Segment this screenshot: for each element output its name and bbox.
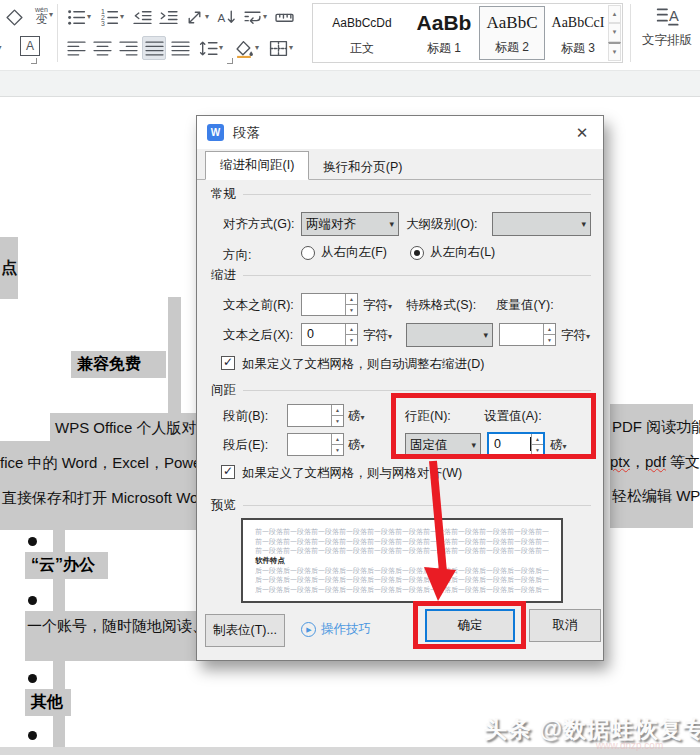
- chevron-down-icon: ▾: [255, 44, 259, 52]
- character-border-icon: A: [20, 36, 40, 56]
- unit-char-dropdown[interactable]: 字符▾: [363, 327, 392, 344]
- gallery-scroll: ▴ ▾ ▾: [608, 5, 621, 61]
- doc-line: 轻松编辑 WPS: [612, 487, 700, 506]
- edge-label: 点: [1, 258, 17, 279]
- phonetic-guide-button[interactable]: wén 变 ▾: [27, 3, 61, 27]
- grid-align-checkbox[interactable]: ✓ 如果定义了文档网格，则与网格对齐(W): [221, 465, 462, 482]
- shading-button[interactable]: ▾: [232, 36, 262, 60]
- justify-icon: [145, 39, 164, 58]
- numbered-list-button[interactable]: 123 ▾: [97, 5, 127, 29]
- space-after-label: 段后(E):: [223, 437, 268, 454]
- tips-link[interactable]: ▶ 操作技巧: [301, 621, 371, 638]
- line-spacing-button[interactable]: ▾: [196, 36, 226, 60]
- tab-indent-spacing[interactable]: 缩进和间距(I): [205, 151, 309, 180]
- align-left-button[interactable]: [64, 36, 88, 60]
- section-preview: 预览: [211, 497, 236, 514]
- decrease-indent-button[interactable]: [130, 5, 154, 29]
- annotation-box-ok: [413, 601, 526, 649]
- unit-pound-dropdown[interactable]: 磅▾: [348, 408, 365, 425]
- spin-up-icon[interactable]: ▲: [544, 324, 555, 335]
- clipped-dropdown-button[interactable]: ▾: [0, 36, 6, 60]
- checkbox-checked-icon: ✓: [221, 356, 235, 370]
- font-group-launcher[interactable]: [31, 58, 37, 64]
- sort-az-icon: A: [217, 8, 236, 27]
- gallery-more-icon[interactable]: ▾: [608, 42, 621, 61]
- chevron-down-icon: ▾: [361, 413, 365, 422]
- tab-line-page-breaks[interactable]: 换行和分页(P): [309, 154, 416, 180]
- close-icon[interactable]: ✕: [561, 116, 603, 149]
- auto-adjust-indent-checkbox[interactable]: ✓ 如果定义了文档网格，则自动调整右缩进(D): [221, 356, 484, 373]
- unit-char-dropdown[interactable]: 字符▾: [363, 297, 392, 314]
- chevron-down-icon: ▾: [581, 219, 586, 229]
- gallery-scroll-up-icon[interactable]: ▴: [608, 5, 621, 23]
- align-right-button[interactable]: [116, 36, 140, 60]
- other-label: 其他: [25, 689, 71, 716]
- measure-value-spinner[interactable]: ▲▼: [499, 323, 556, 346]
- connector-bar: [168, 297, 181, 419]
- paragraph-group-launcher[interactable]: [227, 58, 233, 64]
- text-layout-button[interactable]: A 文字排版: [636, 4, 698, 64]
- text-before-spinner[interactable]: ▲▼: [301, 293, 358, 316]
- play-icon: ▶: [301, 622, 316, 637]
- list-bullet: [28, 596, 37, 605]
- bullet-list-icon: [67, 8, 86, 27]
- style-label: 标题 3: [561, 40, 595, 57]
- list-bullet: [28, 731, 37, 740]
- radio-ltr[interactable]: 从左向右(L): [410, 244, 495, 261]
- increase-indent-button[interactable]: [156, 5, 180, 29]
- spin-up-icon[interactable]: ▲: [346, 324, 357, 335]
- spin-up-icon[interactable]: ▲: [346, 294, 357, 305]
- chevron-down-icon: ▾: [586, 332, 590, 341]
- enclose-diamond-icon: [5, 8, 24, 27]
- spin-up-icon[interactable]: ▲: [332, 434, 343, 445]
- radio-rtl[interactable]: 从右向左(F): [301, 244, 387, 261]
- spin-down-icon[interactable]: ▼: [346, 305, 357, 315]
- text-after-spinner[interactable]: 0 ▲▼: [301, 323, 358, 346]
- style-sample: AaBbC: [487, 7, 538, 39]
- ruler-icon: [275, 8, 294, 27]
- cancel-button[interactable]: 取消: [529, 609, 601, 642]
- bullet-list-button[interactable]: ▾: [64, 5, 94, 29]
- style-item-heading3[interactable]: AaBbCcI 标题 3: [547, 6, 609, 60]
- spin-down-icon[interactable]: ▼: [544, 335, 555, 345]
- align-center-button[interactable]: [90, 36, 114, 60]
- cloud-label: “云”办公: [25, 552, 108, 579]
- ruler-button[interactable]: [272, 5, 296, 29]
- dialog-title: 段落: [233, 124, 260, 142]
- wrap-mark-button[interactable]: ▾: [240, 5, 270, 29]
- section-indent: 缩进: [211, 267, 236, 284]
- space-after-spinner[interactable]: ▲▼: [287, 433, 344, 456]
- special-format-select[interactable]: ▾: [406, 323, 493, 347]
- style-item-heading2[interactable]: AaBbC 标题 2: [479, 6, 545, 60]
- section-general: 常规: [211, 186, 236, 203]
- alignment-select[interactable]: 两端对齐 ▾: [301, 212, 399, 236]
- enclose-characters-button[interactable]: [2, 5, 26, 29]
- chevron-down-icon: ▾: [49, 11, 53, 19]
- list-bullet: [28, 674, 37, 683]
- borders-button[interactable]: ▾: [266, 36, 296, 60]
- character-scale-button[interactable]: ▾: [182, 5, 212, 29]
- unit-pound-dropdown[interactable]: 磅▾: [348, 437, 365, 454]
- tab-stops-button[interactable]: 制表位(T)...: [205, 614, 285, 647]
- distribute-button[interactable]: [168, 36, 192, 60]
- spin-down-icon[interactable]: ▼: [332, 445, 343, 455]
- chevron-down-icon: ▾: [483, 330, 488, 340]
- gallery-scroll-down-icon[interactable]: ▾: [608, 23, 621, 41]
- wps-writer-icon: W: [207, 124, 224, 141]
- style-item-heading1[interactable]: AaBb 标题 1: [411, 6, 477, 60]
- sort-button[interactable]: A: [214, 5, 238, 29]
- space-before-spinner[interactable]: ▲▼: [287, 404, 344, 427]
- outline-level-select[interactable]: ▾: [492, 212, 591, 236]
- increase-indent-icon: [159, 8, 178, 27]
- preview-box: 前一段落前一段落前一段落前一段落前一段落前一段落前一段落前一段落前一段落前一段落…: [241, 518, 563, 603]
- phonetic-guide-icon: wén 变: [35, 6, 48, 25]
- spin-down-icon[interactable]: ▼: [346, 335, 357, 345]
- spin-up-icon[interactable]: ▲: [332, 405, 343, 416]
- character-border-button[interactable]: A: [18, 34, 42, 58]
- spin-down-icon[interactable]: ▼: [332, 416, 343, 426]
- style-item-body[interactable]: AaBbCcDd 正文: [315, 6, 409, 60]
- unit-char-dropdown[interactable]: 字符▾: [561, 327, 590, 344]
- chevron-down-icon: ▾: [219, 44, 223, 52]
- doc-line: PDF 阅读功能: [612, 418, 700, 437]
- justify-button[interactable]: [142, 36, 166, 60]
